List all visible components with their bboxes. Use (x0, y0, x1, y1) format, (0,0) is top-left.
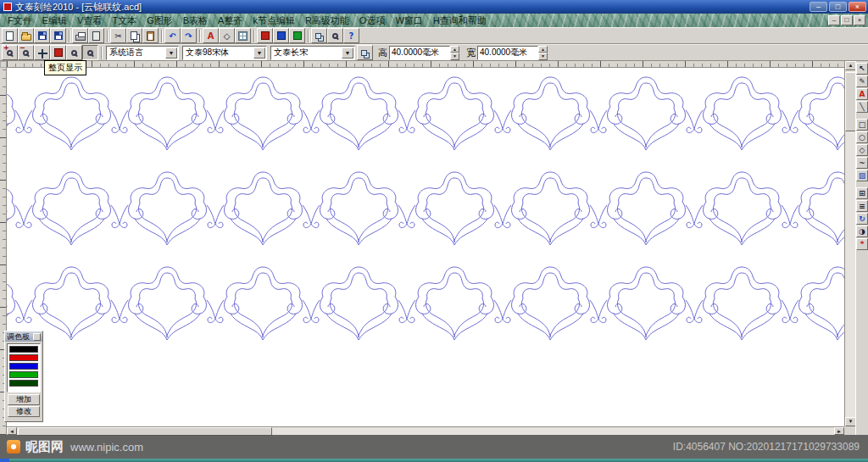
zoom-trace-icon (54, 48, 63, 57)
cut-button[interactable]: ✂ (110, 28, 126, 43)
palette-close-button[interactable] (33, 333, 41, 341)
chevron-down-icon[interactable]: ▼ (253, 47, 265, 58)
color-green-button[interactable] (289, 28, 305, 43)
menu-advanced[interactable]: R高级功能 (300, 14, 354, 27)
palette-add-button[interactable]: 增加 (8, 394, 40, 405)
width-field[interactable]: 40.0000毫米 (477, 46, 538, 60)
menu-text[interactable]: T文本 (107, 14, 142, 27)
menu-align[interactable]: A整齐 (213, 14, 248, 27)
paste-button[interactable] (142, 28, 159, 43)
select-tool-button[interactable]: ↖ (856, 63, 868, 75)
color-blue-button[interactable] (273, 28, 289, 43)
close-button[interactable]: × (849, 2, 866, 12)
menu-file[interactable]: F文件 (3, 14, 37, 27)
menu-view[interactable]: V查看 (72, 14, 107, 27)
group-button[interactable] (311, 28, 327, 43)
line-tool-button[interactable]: ╲ (856, 101, 868, 113)
height-stepper[interactable]: ▲ ▼ (450, 46, 459, 60)
menu-table[interactable]: B表格 (178, 14, 213, 27)
undo-button[interactable]: ↶ (164, 28, 181, 43)
spin-down-icon[interactable]: ▼ (538, 53, 548, 60)
language-select[interactable]: 系统语言 ▼ (106, 46, 179, 60)
print-button[interactable] (72, 28, 88, 43)
font-primary-select[interactable]: 文泰98宋体 ▼ (182, 46, 267, 60)
minimize-button[interactable]: – (810, 2, 827, 12)
fill-tool-button[interactable]: ▨ (856, 170, 868, 181)
grid-button[interactable] (235, 28, 251, 43)
menubar: F文件 E编辑 V查看 T文本 G图形 B表格 A整齐 k节点编辑 R高级功能 … (0, 14, 868, 27)
height-field[interactable]: 40.0000毫米 (389, 46, 450, 60)
palette-modify-button[interactable]: 修改 (8, 406, 40, 417)
open-file-button[interactable] (18, 28, 34, 43)
node-edit-tool-button[interactable]: ✎ (856, 75, 868, 87)
redo-button[interactable]: ↷ (181, 28, 197, 43)
chevron-down-icon[interactable]: ▼ (165, 47, 177, 58)
right-toolbar: ↖ ✎ A ╲ □ ○ ◇ ~ ▨ ⊞ ≡ ↻ ◑ * (855, 61, 868, 435)
menu-help[interactable]: H查询和帮助 (428, 14, 492, 27)
font-secondary-select[interactable]: 文泰长宋 ▼ (270, 46, 355, 60)
text-tool-button[interactable]: A (203, 28, 219, 43)
vertical-scrollbar[interactable]: ▲ ▼ (844, 61, 855, 426)
polygon-tool-button[interactable]: ◇ (856, 144, 868, 156)
ellipse-tool-button[interactable]: ○ (856, 131, 868, 143)
horizontal-scrollbar[interactable]: ◄ ► (7, 426, 844, 435)
curve-tool-button[interactable]: ~ (856, 157, 868, 169)
menu-edit[interactable]: E编辑 (37, 14, 72, 27)
copy-button[interactable] (126, 28, 142, 43)
drawing-canvas[interactable] (7, 68, 844, 426)
maximize-button[interactable]: □ (829, 2, 847, 12)
node-tool-button[interactable]: ◇ (219, 28, 235, 43)
zoom-window-button[interactable] (66, 45, 82, 60)
rectangle-tool-button[interactable]: □ (856, 119, 868, 131)
size-link-button[interactable] (357, 45, 373, 60)
print-preview-button[interactable] (88, 28, 104, 43)
scroll-right-icon[interactable]: ► (834, 427, 844, 435)
color-red-button[interactable] (257, 28, 273, 43)
order-tool-button[interactable]: ≡ (856, 200, 868, 212)
color-swatch-darkgreen[interactable] (9, 380, 38, 387)
language-select-value: 系统语言 (107, 47, 165, 58)
spin-up-icon[interactable]: ▲ (538, 46, 548, 53)
node-tool-icon: ◇ (221, 31, 232, 42)
app-icon (3, 3, 12, 11)
spin-down-icon[interactable]: ▼ (450, 53, 459, 60)
palette-swatch-list (7, 343, 41, 392)
pan-button[interactable] (34, 45, 50, 60)
chevron-down-icon[interactable]: ▼ (342, 47, 353, 58)
zoom-page-button[interactable] (82, 45, 98, 60)
height-value: 40.0000毫米 (392, 47, 439, 58)
text-tool-button-side[interactable]: A (856, 88, 868, 100)
menu-node-edit[interactable]: k节点编辑 (248, 14, 300, 27)
width-stepper[interactable]: ▲ ▼ (538, 46, 548, 60)
mdi-restore-button[interactable]: □ (841, 15, 853, 25)
save-icon (38, 31, 47, 40)
settings-tool-button[interactable]: * (856, 238, 868, 250)
new-file-button[interactable] (2, 28, 18, 43)
save-file-button[interactable] (34, 28, 50, 43)
mdi-minimize-button[interactable]: – (828, 15, 840, 25)
mirror-tool-button[interactable]: ◑ (856, 225, 868, 237)
spin-up-icon[interactable]: ▲ (450, 46, 459, 53)
scroll-left-icon[interactable]: ◄ (7, 427, 17, 435)
help-button[interactable]: ? (343, 28, 359, 43)
color-swatch-red[interactable] (9, 354, 38, 361)
menu-options[interactable]: O选项 (354, 14, 391, 27)
zoom-out-button[interactable]: − (18, 45, 34, 60)
color-swatch-black[interactable] (9, 346, 38, 353)
menu-shape[interactable]: G图形 (142, 14, 178, 27)
measure-tool-button[interactable]: ⊞ (856, 187, 868, 199)
zoom-in-button[interactable]: + (2, 45, 18, 60)
palette-title: 调色板 (7, 331, 33, 342)
save-all-button[interactable] (50, 28, 66, 43)
mdi-close-button[interactable]: × (854, 15, 865, 25)
color-swatch-blue[interactable] (9, 363, 38, 370)
zoom-tool-button[interactable] (327, 28, 343, 43)
color-swatch-green[interactable] (9, 371, 38, 378)
ellipse-icon: ○ (859, 133, 865, 142)
zoom-trace-button[interactable] (50, 45, 66, 60)
fill-icon: ▨ (859, 171, 866, 180)
rotate-tool-button[interactable]: ↻ (856, 213, 868, 225)
menu-window[interactable]: W窗口 (390, 14, 427, 27)
line-icon: ╲ (860, 103, 864, 111)
palette-titlebar[interactable]: 调色板 (5, 331, 42, 342)
